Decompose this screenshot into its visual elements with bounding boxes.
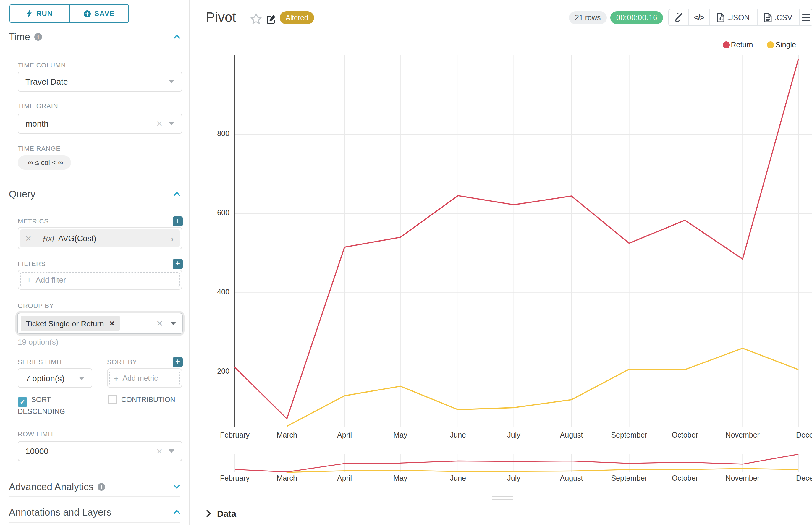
divider [9,496,180,497]
x-axis-month-label: September [611,431,647,439]
chevron-down-icon [79,376,85,380]
control-panel-sidebar: RUN SAVE Time i TIME COLUMN Travel Date … [0,0,190,525]
time-grain-label: TIME GRAIN [18,102,58,109]
row-limit-label: ROW LIMIT [18,431,54,437]
metric-pill[interactable]: ✕ ƒ(x) AVG(Cost) › [20,229,180,247]
minimap-month-label: June [450,474,466,482]
filters-label: FILTERS [18,260,46,267]
metric-value: AVG(Cost) [58,234,97,243]
time-column-label: TIME COLUMN [18,61,66,69]
x-axis-month-label: July [507,431,520,439]
time-grain-select[interactable]: month ✕ [18,114,182,134]
time-range-pill[interactable]: -∞ ≤ col < ∞ [18,155,71,170]
minimap-month-label: September [611,474,647,482]
chevron-down-icon[interactable] [173,484,180,491]
sort-by-label: SORT BY [107,358,137,365]
group-by-select[interactable]: Ticket Single or Return ✕ ✕ [15,311,184,336]
data-panel-toggle[interactable]: Data [206,508,236,519]
time-range-label: TIME RANGE [18,145,61,152]
minimap-month-label: May [393,474,407,482]
info-icon: i [34,33,42,41]
divider [9,522,180,523]
time-section-header[interactable]: Time i [9,31,42,43]
minimap-month-label: December [796,474,812,482]
group-by-tag: Ticket Single or Return ✕ [21,316,120,331]
plus-icon: + [114,373,118,383]
x-axis-month-label: February [220,431,250,439]
metrics-label: METRICS [18,217,49,225]
row-limit-select[interactable]: 10000 ✕ [18,441,182,461]
add-filter-button[interactable]: + Add filter [20,272,180,287]
x-axis-month-label: December [796,431,812,439]
plus-icon: + [27,275,31,284]
y-axis-tick-label: 800 [200,130,230,138]
annotations-section-header[interactable]: Annotations and Layers [9,507,112,518]
metric-container: ✕ ƒ(x) AVG(Cost) › [18,227,182,250]
info-icon: i [98,483,105,491]
minimap-month-label: March [277,474,297,482]
chevron-right-icon [206,510,211,517]
divider [9,47,180,47]
add-sort-metric-plus-button[interactable]: + [173,357,183,367]
run-save-button-group: RUN SAVE [10,4,129,23]
y-axis-tick-label: 400 [200,288,230,296]
series-line-single [287,348,798,426]
y-axis-tick-label: 200 [200,367,230,375]
sort-by-container: + Add metric [107,368,182,388]
series-limit-label: SERIES LIMIT [18,358,63,365]
panel-resize-handle[interactable] [492,496,513,497]
fx-icon: ƒ(x) [43,234,54,243]
x-axis-month-label: May [393,431,407,439]
filters-container: + Add filter [18,270,182,290]
sort-descending-option: ✓SORT DESCENDING [18,395,76,417]
minimap-series-line-single [287,468,798,472]
minimap-month-label: October [672,474,698,482]
chevron-right-icon[interactable]: › [164,233,180,243]
contribution-checkbox[interactable] [108,395,117,404]
group-by-options-hint: 19 option(s) [18,338,58,346]
x-axis-month-label: April [337,431,352,439]
minimap-month-label: July [507,474,520,482]
y-axis-tick-label: 600 [200,209,230,217]
add-sort-metric-button[interactable]: + Add metric [109,371,180,386]
plus-circle-icon [83,10,91,17]
contribution-option: CONTRIBUTION [108,395,175,405]
x-axis-month-label: October [672,431,698,439]
add-filter-plus-button[interactable]: + [173,259,183,269]
clear-icon[interactable]: ✕ [156,447,163,455]
minimap-month-label: April [337,474,352,482]
chevron-down-icon[interactable] [170,321,176,325]
chevron-down-icon [168,80,175,84]
minimap-month-label: November [726,474,760,482]
remove-metric-icon[interactable]: ✕ [20,234,37,243]
chevron-down-icon [168,122,175,125]
advanced-analytics-section-header[interactable]: Advanced Analytics i [9,481,105,493]
x-axis-month-label: August [560,431,583,439]
chevron-up-icon[interactable] [173,192,180,199]
chevron-up-icon[interactable] [173,510,180,517]
save-button[interactable]: SAVE [69,5,128,22]
series-limit-select[interactable]: 7 option(s) [18,368,92,388]
series-line-return [235,59,798,419]
minimap-month-label: February [220,474,250,482]
time-column-select[interactable]: Travel Date [18,72,182,92]
remove-tag-icon[interactable]: ✕ [109,319,115,327]
minimap-month-label: August [560,474,583,482]
x-axis-month-label: June [450,431,466,439]
sort-descending-checkbox[interactable]: ✓ [18,397,27,407]
x-axis-month-label: March [277,431,297,439]
panel-resize-handle[interactable] [492,499,513,499]
run-button[interactable]: RUN [10,5,69,22]
clear-icon[interactable]: ✕ [157,319,163,328]
query-section-header[interactable]: Query [9,189,35,200]
line-chart [195,0,812,525]
add-metric-plus-button[interactable]: + [173,216,183,226]
chevron-up-icon[interactable] [173,34,180,41]
clear-icon[interactable]: ✕ [156,119,163,128]
x-axis-month-label: November [726,431,760,439]
lightning-icon [26,10,33,18]
group-by-label: GROUP BY [18,302,54,309]
chevron-down-icon [168,449,175,453]
chart-panel: Pivot Altered 21 rows 00:00:00.16 </> [195,0,812,525]
divider [9,206,180,206]
